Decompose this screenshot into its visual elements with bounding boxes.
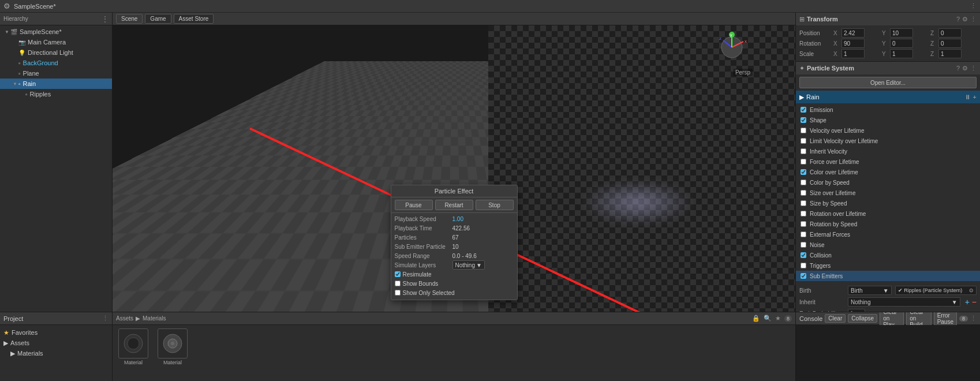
ps-settings-btn[interactable]: ⚙: [962, 65, 968, 72]
collapse-button[interactable]: Collapse: [848, 314, 877, 323]
ps-module-external-forces[interactable]: External Forces: [796, 229, 980, 240]
ps-module-limit-velocity[interactable]: Limit Velocity over Lifetime: [796, 136, 980, 146]
asset-icon-1: [118, 328, 148, 358]
rotation-z-input[interactable]: [938, 39, 962, 48]
assets-fav-btn[interactable]: ★: [775, 315, 781, 322]
sol-check[interactable]: [801, 190, 806, 196]
ps-module-color-by-speed[interactable]: Color by Speed: [796, 177, 980, 188]
project-toolbar: Project ⋮: [0, 312, 112, 325]
ps-module-sub-emitters[interactable]: Sub Emitters: [796, 271, 980, 281]
assets-lock-btn[interactable]: 🔒: [752, 315, 760, 322]
ps-header-buttons: ? ⚙ ⋮: [956, 65, 977, 72]
menu-dots[interactable]: ⋮: [970, 2, 977, 10]
svg-text:z: z: [719, 36, 721, 41]
ef-check[interactable]: [801, 231, 806, 237]
rotation-y-field: Y: [882, 39, 928, 48]
tab-asset-store[interactable]: Asset Store: [174, 14, 214, 24]
hierarchy-item-directional-light[interactable]: 💡 Directional Light: [0, 47, 112, 58]
hierarchy-item-background[interactable]: ▫ BackGround: [0, 58, 112, 68]
position-x-input[interactable]: [841, 28, 865, 38]
ps-module-rotation-by-speed[interactable]: Rotation by Speed: [796, 219, 980, 229]
position-z-input[interactable]: [938, 28, 962, 38]
ps-module-velocity-over-lifetime[interactable]: Velocity over Lifetime: [796, 125, 980, 136]
assets-search-btn[interactable]: 🔍: [764, 315, 772, 322]
rotation-x-input[interactable]: [841, 39, 865, 48]
hierarchy-item-ripples[interactable]: ▫ Ripples: [0, 89, 112, 99]
pause-button[interactable]: Pause: [395, 200, 433, 210]
scene-gizmo[interactable]: x z y: [715, 30, 749, 65]
ps-module-triggers[interactable]: Triggers: [796, 260, 980, 271]
project-menu[interactable]: ⋮: [102, 315, 109, 322]
asset-item-2[interactable]: Material: [155, 328, 190, 365]
ps-module-emission[interactable]: Emission: [796, 104, 980, 115]
tab-scene[interactable]: Scene: [116, 14, 143, 24]
sub-emitters-check[interactable]: [801, 273, 806, 279]
col-check[interactable]: [801, 169, 806, 175]
resimulate-checkbox[interactable]: [395, 271, 401, 277]
vol-check[interactable]: [801, 128, 806, 133]
inherit-dropdown[interactable]: Nothing ▼: [848, 297, 960, 307]
col-label: Color over Lifetime: [810, 169, 858, 175]
simulate-layers-dropdown[interactable]: Nothing ▼: [452, 260, 485, 270]
asset-item-1[interactable]: Material: [116, 328, 151, 365]
scale-x-input[interactable]: [841, 49, 865, 58]
add-emitter-btn[interactable]: +: [965, 297, 970, 307]
stop-button[interactable]: Stop: [476, 200, 514, 210]
project-assets[interactable]: ▶ Assets: [0, 338, 112, 348]
rotation-y-input[interactable]: [890, 39, 913, 48]
hierarchy-item-plane[interactable]: ▫ Plane: [0, 68, 112, 79]
scale-z-input[interactable]: [938, 49, 962, 58]
iv-check[interactable]: [801, 148, 806, 154]
ps-module-shape[interactable]: Shape: [796, 115, 980, 125]
collision-check[interactable]: [801, 252, 806, 258]
sbs-check[interactable]: [801, 200, 806, 206]
console-menu[interactable]: ⋮: [970, 315, 977, 322]
restart-button[interactable]: Restart: [435, 200, 473, 210]
lvol-check[interactable]: [801, 138, 806, 144]
error-pause-button[interactable]: Error Pause: [934, 312, 957, 326]
transform-settings-btn[interactable]: ⚙: [962, 16, 968, 23]
hierarchy-item-rain[interactable]: ▼ ▫ Rain: [0, 79, 112, 89]
rol-check[interactable]: [801, 211, 806, 216]
shape-check[interactable]: [801, 117, 806, 123]
emit-prob-row: Emit Probability: [799, 308, 977, 312]
clear-button[interactable]: Clear: [825, 314, 846, 323]
ps-pause-btn[interactable]: ⏸: [964, 94, 971, 100]
project-favorites[interactable]: ★ Favorites: [0, 327, 112, 338]
position-label: Position: [799, 30, 831, 36]
ps-module-size-by-speed[interactable]: Size by Speed: [796, 198, 980, 208]
hierarchy-scene-root[interactable]: ▼ 🎬 SampleScene*: [0, 27, 112, 37]
ps-module-noise[interactable]: Noise: [796, 240, 980, 250]
remove-emitter-btn[interactable]: −: [972, 297, 977, 307]
ps-menu-btn[interactable]: ⋮: [970, 65, 977, 72]
fol-check[interactable]: [801, 159, 806, 165]
noise-check[interactable]: [801, 242, 806, 248]
emission-check[interactable]: [801, 107, 806, 113]
scene-view[interactable]: x z y Persp Particle Effect Pause R: [113, 25, 795, 312]
cbs-check[interactable]: [801, 180, 806, 185]
show-bounds-checkbox[interactable]: [395, 281, 401, 286]
rbs-check[interactable]: [801, 221, 806, 227]
transform-menu-btn[interactable]: ⋮: [970, 16, 977, 23]
ps-module-color-over-lifetime[interactable]: Color over Lifetime: [796, 167, 980, 177]
show-only-selected-checkbox[interactable]: [395, 290, 401, 296]
triggers-check[interactable]: [801, 263, 806, 268]
open-editor-button[interactable]: Open Editor...: [799, 77, 977, 88]
ps-add-btn[interactable]: +: [973, 94, 977, 100]
scale-y-input[interactable]: [890, 49, 913, 58]
position-y-input[interactable]: [890, 28, 913, 38]
unity-icon: ⚙: [3, 2, 10, 10]
ps-module-force-over-lifetime[interactable]: Force over Lifetime: [796, 156, 980, 167]
ps-module-collision[interactable]: Collision: [796, 250, 980, 260]
transform-help-btn[interactable]: ?: [956, 16, 960, 23]
tab-game[interactable]: Game: [145, 14, 171, 24]
birth-system-dropdown[interactable]: ✔ Ripples (Particle System) ⊙: [895, 286, 977, 295]
hierarchy-menu[interactable]: ⋮: [102, 15, 109, 23]
project-materials[interactable]: ▶ Materials: [0, 348, 112, 358]
ps-module-rotation-over-lifetime[interactable]: Rotation over Lifetime: [796, 208, 980, 219]
birth-event-dropdown[interactable]: Birth ▼: [848, 286, 892, 295]
ps-help-btn[interactable]: ?: [956, 65, 960, 72]
hierarchy-item-main-camera[interactable]: 📷 Main Camera: [0, 37, 112, 47]
ps-module-inherit-velocity[interactable]: Inherit Velocity: [796, 146, 980, 156]
ps-module-size-over-lifetime[interactable]: Size over Lifetime: [796, 188, 980, 198]
